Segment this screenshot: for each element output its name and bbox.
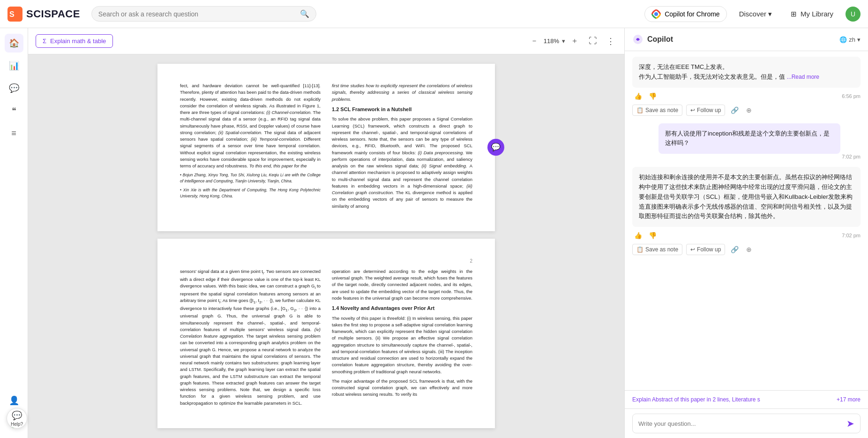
copilot-messages: 深度，无法在IEEE TMC上发表。作为人工智能助手，我无法对论文发表意见。但是… xyxy=(625,51,868,390)
more-icon-1[interactable]: ⊕ xyxy=(744,106,754,115)
chat-help-icon: 💬 xyxy=(12,410,22,421)
library-icon: 📊 xyxy=(9,60,19,71)
section-heading-1-4: 1.4 Novelty and Advantages over Prior Ar… xyxy=(332,304,472,312)
thumbs-up-2[interactable]: 👍 xyxy=(632,231,644,240)
sidebar-item-list[interactable]: ≡ xyxy=(5,124,23,143)
sidebar-item-user[interactable]: 👤 xyxy=(5,391,23,410)
share-icon-2[interactable]: 🔗 xyxy=(729,245,741,254)
save-icon-1: 📋 xyxy=(636,107,644,113)
share-icon-1[interactable]: 🔗 xyxy=(729,106,741,115)
more-options-button[interactable]: ⋮ xyxy=(605,34,617,48)
ai-text-2: 初始连接和剩余连接的使用并不是本文的主要创新点。虽然在拟议的神经网络结构中使用了… xyxy=(639,174,853,219)
reply-icon-2: ↩ xyxy=(690,246,695,253)
chrome-icon xyxy=(651,9,661,19)
lang-value: zh xyxy=(849,36,855,43)
read-more-1[interactable]: ...Read more xyxy=(787,74,819,80)
page-number: 2 xyxy=(180,257,472,264)
ai-bubble-1: 深度，无法在IEEE TMC上发表。作为人工智能助手，我无法对论文发表意见。但是… xyxy=(632,57,861,88)
globe-icon: 🌐 xyxy=(839,36,847,43)
follow-up-button-2[interactable]: ↩ Follow up xyxy=(686,244,725,255)
follow-up-label-1: Follow up xyxy=(697,107,721,113)
copilot-chrome-button[interactable]: Copilot for Chrome xyxy=(644,6,727,22)
msg-time-1: 6:56 pm xyxy=(842,93,861,99)
copilot-header: Copilot 🌐 zh ▾ xyxy=(625,28,868,51)
doc-text-p6: The novelty of this paper is threefold: … xyxy=(332,315,472,375)
zoom-chevron-icon: ▾ xyxy=(562,38,565,45)
scispace-logo-icon: S xyxy=(7,7,22,22)
follow-up-button-1[interactable]: ↩ Follow up xyxy=(686,105,725,116)
quote-icon: ❝ xyxy=(12,106,16,116)
discover-chevron-icon: ▾ xyxy=(768,10,772,18)
copilot-icon xyxy=(632,34,644,45)
copilot-panel: Copilot 🌐 zh ▾ 深度，无法在IEEE TMC上发表。作为人工智能助… xyxy=(624,28,868,438)
left-sidebar: 🏠 📊 💬 ❝ ≡ 👤 xyxy=(0,28,28,438)
suggestions-more[interactable]: +17 more xyxy=(837,396,861,403)
fullscreen-button[interactable]: ⛶ xyxy=(587,34,599,48)
copilot-input-area: ➤ xyxy=(625,408,868,438)
msg-actions-2: 📋 Save as note ↩ Follow up 🔗 ⊕ xyxy=(632,244,861,255)
language-selector[interactable]: 🌐 zh ▾ xyxy=(839,36,861,43)
suggestion-item-1[interactable]: Explain Abstract of this paper in 2 line… xyxy=(632,394,760,405)
sidebar-item-chat[interactable]: 💬 xyxy=(5,79,23,98)
discover-label: Discover xyxy=(739,10,766,18)
explain-math-table-button[interactable]: Σ Explain math & table xyxy=(36,34,113,48)
zoom-value: 118% xyxy=(544,38,559,45)
chat-doc-icon: 💬 xyxy=(491,142,501,153)
user-text-1: 那有人说使用了inception和残差是这个文章的主要创新点，是这样吗？ xyxy=(665,130,830,147)
my-library-button[interactable]: ⊞ My Library xyxy=(784,7,840,21)
zoom-out-button[interactable]: － xyxy=(528,35,541,47)
help-text: Help? xyxy=(11,422,23,427)
send-button[interactable]: ➤ xyxy=(846,418,854,429)
logo-area: S SCISPACE xyxy=(7,7,80,22)
doc-text-p1: fect, and hardware deviation cannot be w… xyxy=(180,83,321,169)
suggestion-text-1: Explain Abstract of this paper in 2 line… xyxy=(632,396,760,403)
list-icon: ≡ xyxy=(11,128,16,138)
search-bar[interactable]: 🔍 xyxy=(91,6,316,22)
explain-label: Explain math & table xyxy=(50,38,106,45)
ai-bubble-2: 初始连接和剩余连接的使用并不是本文的主要创新点。虽然在拟议的神经网络结构中使用了… xyxy=(632,167,861,227)
thumbs-down-1[interactable]: 👎 xyxy=(647,91,658,101)
doc-text-p4: sensors' signal data at a given time poi… xyxy=(180,268,321,407)
thumbs-down-2[interactable]: 👎 xyxy=(647,231,658,240)
reply-icon-1: ↩ xyxy=(690,107,695,113)
doc-text-p7: The major advantage of the proposed SCL … xyxy=(332,378,472,398)
document-content: fect, and hardware deviation cannot be w… xyxy=(28,54,624,438)
authors-block: • Bojun Zhang, Xinyu Tong, Tuo Shi, Xiul… xyxy=(180,172,321,199)
user-avatar[interactable]: U xyxy=(846,7,861,22)
zoom-in-button[interactable]: ＋ xyxy=(568,35,581,47)
chat-annotation-icon[interactable]: 💬 xyxy=(487,139,504,156)
discover-button[interactable]: Discover ▾ xyxy=(733,7,778,21)
sidebar-item-home[interactable]: 🏠 xyxy=(5,34,23,53)
ai-message-2: 初始连接和剩余连接的使用并不是本文的主要创新点。虽然在拟议的神经网络结构中使用了… xyxy=(632,167,861,255)
sigma-icon: Σ xyxy=(43,38,46,45)
svg-text:S: S xyxy=(9,10,15,18)
document-page-1: fect, and hardware deviation cannot be w… xyxy=(157,64,495,231)
zoom-controls: － 118% ▾ ＋ xyxy=(528,35,581,47)
sidebar-item-quote[interactable]: ❝ xyxy=(5,101,23,120)
ai-message-1: 深度，无法在IEEE TMC上发表。作为人工智能助手，我无法对论文发表意见。但是… xyxy=(632,57,861,116)
save-note-button-2[interactable]: 📋 Save as note xyxy=(632,244,682,255)
copilot-title-text: Copilot xyxy=(647,35,673,44)
chat-icon: 💬 xyxy=(9,83,19,93)
search-icon[interactable]: 🔍 xyxy=(300,9,309,18)
search-input[interactable] xyxy=(98,10,296,18)
section-heading-1-2: 1.2 SCL Framework in a Nutshell xyxy=(332,106,472,113)
more-icon-2[interactable]: ⊕ xyxy=(744,245,754,254)
copilot-title: Copilot xyxy=(632,34,673,45)
library-grid-icon: ⊞ xyxy=(791,10,797,18)
help-button[interactable]: 💬 Help? xyxy=(7,408,27,429)
doc-text-p2: first time studies how to explicitly rep… xyxy=(332,83,472,103)
user-bubble-1: 那有人说使用了inception和残差是这个文章的主要创新点，是这样吗？ xyxy=(658,123,840,154)
sidebar-item-library[interactable]: 📊 xyxy=(5,56,23,75)
user-icon: 👤 xyxy=(9,395,19,406)
save-icon-2: 📋 xyxy=(636,246,644,253)
question-input[interactable] xyxy=(638,420,843,427)
copilot-chrome-label: Copilot for Chrome xyxy=(665,10,720,18)
save-note-button-1[interactable]: 📋 Save as note xyxy=(632,105,682,116)
follow-up-label-2: Follow up xyxy=(697,246,721,253)
ai-text-1: 深度，无法在IEEE TMC上发表。作为人工智能助手，我无法对论文发表意见。但是… xyxy=(639,63,785,80)
save-note-label-1: Save as note xyxy=(645,107,678,113)
suggestions-area: Explain Abstract of this paper in 2 line… xyxy=(625,390,868,408)
thumbs-up-1[interactable]: 👍 xyxy=(632,91,644,101)
home-icon: 🏠 xyxy=(9,38,19,48)
